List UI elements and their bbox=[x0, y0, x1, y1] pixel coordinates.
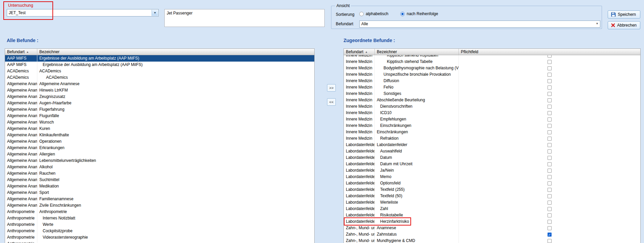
table-row[interactable]: AnthropometrieInternes Notizblatt bbox=[5, 215, 314, 221]
radio-alphabetisch[interactable]: alphabetisch bbox=[359, 11, 388, 16]
save-button[interactable]: Speichern bbox=[608, 10, 640, 19]
table-row[interactable]: Allgemeine AnamneseKuren bbox=[5, 126, 314, 132]
radio-button-icon[interactable] bbox=[359, 12, 364, 16]
table-row[interactable]: LabordatenfelderHerzinfarktrisiko bbox=[344, 218, 640, 225]
table-row[interactable]: ACADemicsACADemics bbox=[5, 74, 314, 81]
table-row[interactable]: Allgemeine AnamneseAlkohol bbox=[5, 164, 314, 170]
table-row[interactable]: Innere MedizinKipptisch stehend Tabelle bbox=[344, 59, 640, 65]
pflichtfeld-checkbox[interactable] bbox=[548, 85, 552, 90]
table-row[interactable]: Allgemeine AnamneseZivile Einschränkunge… bbox=[5, 202, 314, 209]
table-row[interactable]: LabordatenfelderTextfeld (255) bbox=[344, 186, 640, 193]
table-row[interactable]: Anthropometrie bbox=[5, 241, 314, 243]
table-row[interactable]: Allgemeine AnamneseAugen-/Haarfarbe bbox=[5, 100, 314, 106]
table-row[interactable]: AnthropometrieAnthropometrie bbox=[5, 209, 314, 215]
pflichtfeld-checkbox[interactable] bbox=[548, 124, 552, 128]
table-row[interactable]: Innere MedizinEinschränkungen bbox=[344, 129, 640, 135]
column-header-befundart[interactable]: Befundart▲ bbox=[344, 49, 375, 55]
table-row[interactable]: Innere MedizinBodyplethysmographie nach … bbox=[344, 65, 640, 71]
pflichtfeld-checkbox[interactable] bbox=[548, 73, 552, 77]
table-row[interactable]: LabordatenfelderZahl bbox=[344, 206, 640, 212]
table-row[interactable]: Innere MedizinDienstvorschriften bbox=[344, 103, 640, 110]
pflichtfeld-checkbox[interactable] bbox=[548, 239, 552, 243]
table-row[interactable]: AAP MilFSErgebnisse der Ausbildung am Ar… bbox=[5, 55, 314, 62]
pflichtfeld-checkbox[interactable] bbox=[548, 188, 552, 192]
table-row[interactable]: LabordatenfelderAuswahlfeld bbox=[344, 148, 640, 154]
pflichtfeld-checkbox[interactable] bbox=[548, 79, 552, 83]
table-row[interactable]: AnthropometrieCockpitsitzprobe bbox=[5, 228, 314, 234]
pflichtfeld-checkbox[interactable] bbox=[548, 220, 552, 224]
pflichtfeld-checkbox[interactable] bbox=[548, 105, 552, 109]
table-row[interactable]: Allgemeine AnamneseMedikation bbox=[5, 183, 314, 189]
table-row[interactable]: Innere MedizinRefraktion bbox=[344, 135, 640, 142]
move-right-button[interactable]: >> bbox=[327, 84, 336, 92]
untersuchung-combobox[interactable]: ▾ bbox=[7, 9, 159, 16]
table-row[interactable]: Allgemeine AnamneseAllgemeine Anamnese bbox=[5, 81, 314, 87]
column-header-bezeichner[interactable]: Bezeichner bbox=[375, 49, 459, 55]
chevron-down-icon[interactable]: ▾ bbox=[152, 10, 158, 16]
table-row[interactable]: Allgemeine AnamneseFlugunfälle bbox=[5, 113, 314, 119]
table-row[interactable]: Innere MedizinAbschließende Beurteilung bbox=[344, 97, 640, 103]
table-row[interactable]: LabordatenfelderTextfeld (50) bbox=[344, 193, 640, 199]
table-row[interactable]: Zahn-, Mund- undAnamnese bbox=[344, 225, 640, 231]
untersuchung-input[interactable] bbox=[8, 10, 152, 16]
table-row[interactable]: LabordatenfelderJa/Nein bbox=[344, 167, 640, 174]
pflichtfeld-checkbox[interactable] bbox=[548, 111, 552, 115]
table-row[interactable]: Allgemeine AnamneseKlinikaufenthalte bbox=[5, 132, 314, 138]
table-row[interactable]: Allgemeine AnamneseRauchen bbox=[5, 170, 314, 177]
pflichtfeld-checkbox[interactable] bbox=[548, 169, 552, 173]
table-row[interactable]: Allgemeine AnamneseZeugniszusatz bbox=[5, 94, 314, 100]
table-row[interactable]: Allgemeine AnamneseFamilienanamnese bbox=[5, 196, 314, 202]
table-row[interactable]: Innere MedizinKipptisch stehend Kopfdate… bbox=[344, 55, 640, 59]
pflichtfeld-checkbox[interactable] bbox=[548, 226, 552, 230]
pflichtfeld-checkbox[interactable] bbox=[548, 175, 552, 179]
table-row[interactable]: Allgemeine AnamneseWunsch bbox=[5, 119, 314, 126]
table-row[interactable]: AAP MilFSErgebnisse der Ausbildung am Ar… bbox=[5, 62, 314, 68]
pflichtfeld-checkbox[interactable] bbox=[548, 130, 552, 134]
cancel-button[interactable]: Abbrechen bbox=[608, 21, 640, 29]
table-row[interactable]: Innere MedizinFeNo bbox=[344, 84, 640, 91]
table-row[interactable]: LabordatenfelderRisikotabelle bbox=[344, 212, 640, 218]
pflichtfeld-checkbox[interactable] bbox=[548, 194, 552, 198]
pflichtfeld-checkbox[interactable] bbox=[548, 213, 552, 217]
table-row[interactable]: LabordatenfelderDatum bbox=[344, 154, 640, 161]
table-row[interactable]: Allgemeine AnamneseSport bbox=[5, 189, 314, 196]
table-row[interactable]: Allgemeine AnamneseSuchtmittel bbox=[5, 177, 314, 183]
pflichtfeld-checkbox[interactable] bbox=[548, 98, 552, 102]
table-row[interactable]: Allgemeine AnamneseHinweis LtrKFM bbox=[5, 87, 314, 94]
column-header-pflichtfeld[interactable]: Pflichtfeld bbox=[459, 49, 640, 55]
pflichtfeld-checkbox[interactable] bbox=[548, 55, 552, 58]
table-row[interactable]: ACADemicsACADemics bbox=[5, 68, 314, 74]
table-row[interactable]: Innere MedizinSonstiges bbox=[344, 91, 640, 97]
pflichtfeld-checkbox[interactable] bbox=[548, 137, 552, 141]
chevron-down-icon[interactable]: ▾ bbox=[596, 22, 598, 25]
notes-field[interactable]: Jet Passenger bbox=[164, 9, 325, 27]
pflichtfeld-checkbox[interactable] bbox=[548, 156, 552, 160]
pflichtfeld-checkbox[interactable] bbox=[548, 60, 552, 64]
table-row[interactable]: LabordatenfelderMemo bbox=[344, 174, 640, 180]
table-row[interactable]: LabordatenfelderWerteliste bbox=[344, 199, 640, 206]
table-row[interactable]: Allgemeine AnamneseLebensmittelunverträg… bbox=[5, 158, 314, 164]
table-row[interactable]: Allgemeine AnamneseFlugerfahrung bbox=[5, 106, 314, 113]
pflichtfeld-checkbox[interactable] bbox=[548, 149, 552, 153]
pflichtfeld-checkbox[interactable] bbox=[548, 201, 552, 205]
table-row[interactable]: Innere MedizinUnspezifische bronchiale P… bbox=[344, 71, 640, 78]
table-row[interactable]: Innere MedizinICD10 bbox=[344, 110, 640, 116]
table-row[interactable]: AnthropometrieWerte bbox=[5, 221, 314, 228]
radio-nach-reihenfolge[interactable]: nach Reihenfolge bbox=[400, 11, 438, 16]
table-row[interactable]: Innere MedizinDiffusion bbox=[344, 78, 640, 84]
pflichtfeld-checkbox[interactable] bbox=[548, 117, 552, 122]
move-left-button[interactable]: << bbox=[327, 98, 336, 106]
radio-button-selected-icon[interactable] bbox=[400, 12, 405, 16]
table-row[interactable]: Innere MedizinEmpfehlungen bbox=[344, 116, 640, 123]
table-row[interactable]: LabordatenfelderDatum mit Uhrzeit bbox=[344, 161, 640, 167]
pflichtfeld-checkbox[interactable] bbox=[548, 92, 552, 96]
pflichtfeld-checkbox[interactable]: ✓ bbox=[548, 233, 552, 237]
table-row[interactable]: Zahn-, Mund- undMundhygiene & CMD bbox=[344, 238, 640, 243]
column-header-befundart[interactable]: Befundart▲ bbox=[5, 49, 37, 55]
table-row[interactable]: Zahn-, Mund- undZahnstatus✓ bbox=[344, 231, 640, 238]
table-row[interactable]: LabordatenfelderLabordatenfelder bbox=[344, 142, 640, 148]
column-header-bezeichner[interactable]: Bezeichner bbox=[37, 49, 314, 55]
table-row[interactable]: Innere MedizinEinschränkungen bbox=[344, 123, 640, 129]
table-row[interactable]: Allgemeine AnamneseOperationen bbox=[5, 138, 314, 145]
table-row[interactable]: Allgemeine AnamneseAllergien bbox=[5, 151, 314, 158]
